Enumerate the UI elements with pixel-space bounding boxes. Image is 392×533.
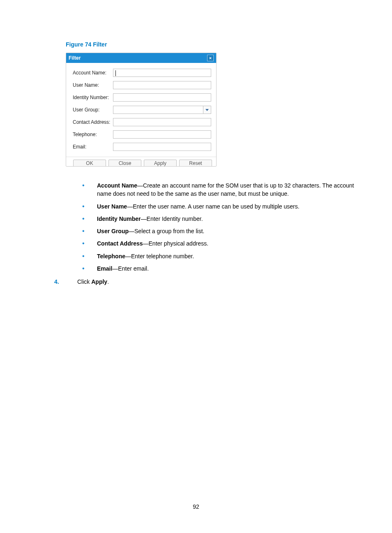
- account-name-input[interactable]: [113, 69, 211, 77]
- user-group-select[interactable]: [113, 106, 211, 114]
- list-item: Telephone—Enter telephone number.: [97, 252, 355, 260]
- contact-address-input[interactable]: [113, 118, 211, 126]
- filter-form: Account Name: User Name: Identity Number…: [66, 63, 216, 157]
- close-button[interactable]: Close: [108, 160, 141, 166]
- dialog-title-text: Filter: [69, 55, 81, 61]
- field-description-list: Account Name—Create an account name for …: [66, 181, 355, 273]
- reset-button[interactable]: Reset: [179, 160, 212, 166]
- list-item: Email—Enter email.: [97, 264, 355, 273]
- dialog-button-bar: OK Close Apply Reset: [66, 157, 216, 166]
- label-email: Email:: [73, 143, 113, 150]
- page-number: 92: [0, 503, 392, 510]
- figure-caption: Figure 74 Filter: [66, 41, 355, 48]
- list-item: Identity Number—Enter Identity number.: [97, 215, 355, 223]
- list-item: Account Name—Create an account name for …: [97, 181, 355, 198]
- step-4: 4. Click Apply.: [54, 278, 355, 285]
- label-telephone: Telephone:: [73, 130, 113, 137]
- dialog-titlebar: Filter ×: [66, 53, 216, 63]
- label-account-name: Account Name:: [73, 69, 113, 76]
- list-item: User Name—Enter the user name. A user na…: [97, 202, 355, 211]
- label-identity-number: Identity Number:: [73, 93, 113, 100]
- step-number: 4.: [54, 278, 77, 285]
- label-user-group: User Group:: [73, 106, 113, 113]
- label-user-name: User Name:: [73, 81, 113, 88]
- identity-number-input[interactable]: [113, 93, 211, 102]
- close-icon[interactable]: ×: [207, 55, 214, 61]
- chevron-down-icon[interactable]: [203, 106, 211, 114]
- ok-button[interactable]: OK: [73, 160, 106, 166]
- telephone-input[interactable]: [113, 130, 211, 139]
- filter-dialog: Filter × Account Name: User Name: Identi…: [66, 53, 217, 167]
- email-input[interactable]: [113, 143, 211, 151]
- list-item: User Group—Select a group from the list.: [97, 227, 355, 235]
- label-contact-address: Contact Address:: [73, 118, 113, 125]
- step-text: Click Apply.: [77, 278, 109, 285]
- user-name-input[interactable]: [113, 81, 211, 89]
- list-item: Contact Address—Enter physical address.: [97, 239, 355, 248]
- apply-button[interactable]: Apply: [144, 160, 177, 166]
